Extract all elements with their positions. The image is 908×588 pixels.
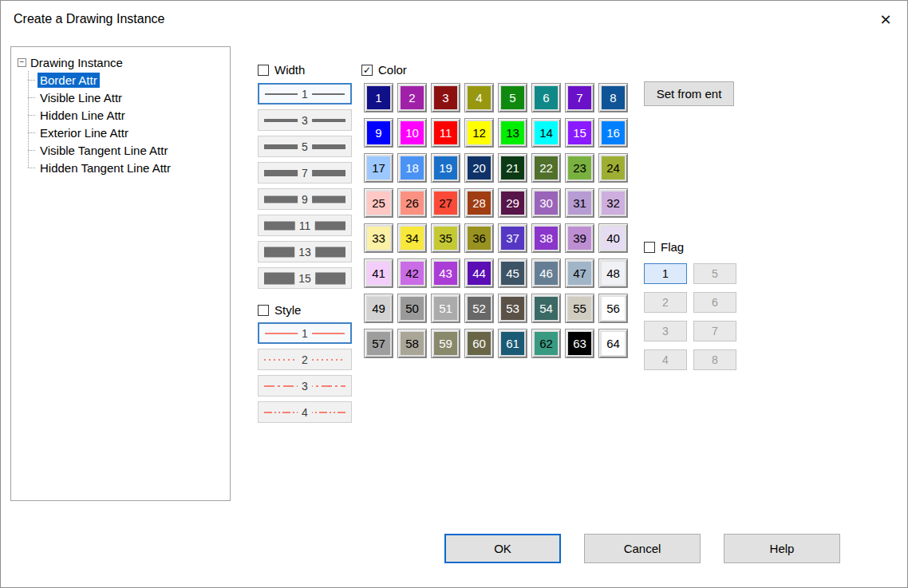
color-swatch-64[interactable]: 64	[598, 329, 628, 358]
color-swatch-43[interactable]: 43	[431, 258, 460, 288]
ok-button[interactable]: OK	[444, 534, 561, 563]
color-swatch-52[interactable]: 52	[464, 294, 494, 323]
tree-item[interactable]: Exterior Line Attr	[28, 124, 223, 141]
color-swatch-13[interactable]: 13	[498, 118, 527, 148]
width-option-7[interactable]: 7	[258, 162, 352, 184]
color-swatch-3[interactable]: 3	[431, 83, 460, 112]
width-option-13[interactable]: 13	[258, 241, 352, 262]
color-swatch-48[interactable]: 48	[598, 258, 628, 288]
help-button[interactable]: Help	[724, 534, 840, 563]
color-swatch-21[interactable]: 21	[498, 153, 527, 183]
color-swatch-15[interactable]: 15	[565, 118, 594, 148]
color-swatch-18[interactable]: 18	[397, 153, 427, 183]
color-swatch-36[interactable]: 36	[464, 223, 494, 253]
color-swatch-11[interactable]: 11	[431, 118, 460, 148]
color-swatch-35[interactable]: 35	[431, 223, 460, 253]
color-swatch-value: 44	[468, 262, 491, 285]
color-swatch-28[interactable]: 28	[464, 188, 494, 218]
color-swatch-50[interactable]: 50	[397, 294, 427, 323]
style-option-4[interactable]: 4	[258, 401, 352, 423]
color-swatch-33[interactable]: 33	[364, 223, 393, 253]
width-option-11[interactable]: 11	[258, 215, 352, 236]
color-swatch-10[interactable]: 10	[397, 118, 427, 148]
title-bar: Create a Drawing Instance ✕	[1, 1, 907, 38]
color-swatch-23[interactable]: 23	[565, 153, 594, 183]
color-swatch-47[interactable]: 47	[565, 258, 594, 288]
color-swatch-20[interactable]: 20	[464, 153, 494, 183]
color-swatch-51[interactable]: 51	[431, 294, 460, 323]
width-option-5[interactable]: 5	[258, 136, 352, 157]
color-swatch-27[interactable]: 27	[431, 188, 460, 218]
color-swatch-61[interactable]: 61	[498, 329, 527, 358]
color-swatch-29[interactable]: 29	[498, 188, 527, 218]
color-swatch-value: 10	[401, 121, 424, 144]
color-swatch-24[interactable]: 24	[598, 153, 628, 183]
flag-checkbox[interactable]	[644, 242, 655, 253]
color-swatch-31[interactable]: 31	[565, 188, 594, 218]
style-option-3[interactable]: 3	[258, 375, 352, 397]
color-swatch-34[interactable]: 34	[397, 223, 427, 253]
color-checkbox[interactable]: ✓	[361, 65, 373, 76]
color-swatch-41[interactable]: 41	[364, 258, 393, 288]
color-swatch-62[interactable]: 62	[531, 329, 561, 358]
style-option-1[interactable]: 1	[258, 322, 352, 344]
color-swatch-5[interactable]: 5	[498, 83, 527, 112]
color-swatch-55[interactable]: 55	[565, 294, 594, 323]
color-swatch-2[interactable]: 2	[397, 83, 427, 112]
color-swatch-22[interactable]: 22	[531, 153, 561, 183]
width-option-1[interactable]: 1	[258, 83, 352, 105]
color-swatch-39[interactable]: 39	[565, 223, 594, 253]
color-swatch-14[interactable]: 14	[531, 118, 561, 148]
color-swatch-54[interactable]: 54	[531, 294, 561, 323]
width-option-15[interactable]: 15	[258, 267, 352, 289]
color-swatch-12[interactable]: 12	[464, 118, 494, 148]
color-swatch-8[interactable]: 8	[598, 83, 628, 112]
color-swatch-63[interactable]: 63	[565, 329, 594, 358]
color-swatch-19[interactable]: 19	[431, 153, 460, 183]
color-swatch-16[interactable]: 16	[598, 118, 628, 148]
close-icon[interactable]: ✕	[874, 8, 898, 32]
tree-item[interactable]: Hidden Tangent Line Attr	[28, 159, 223, 176]
tree-root[interactable]: − Drawing Instance	[18, 53, 223, 71]
color-swatch-40[interactable]: 40	[598, 223, 628, 253]
color-swatch-59[interactable]: 59	[431, 329, 460, 358]
width-option-9[interactable]: 9	[258, 188, 352, 210]
style-option-2[interactable]: 2	[258, 349, 352, 370]
style-checkbox[interactable]	[258, 305, 269, 316]
style-option-value: 3	[298, 380, 312, 393]
color-swatch-17[interactable]: 17	[364, 153, 393, 183]
color-swatch-57[interactable]: 57	[364, 329, 393, 358]
color-swatch-44[interactable]: 44	[464, 258, 494, 288]
color-swatch-60[interactable]: 60	[464, 329, 494, 358]
color-swatch-25[interactable]: 25	[364, 188, 393, 218]
tree-collapse-icon[interactable]: −	[18, 58, 26, 67]
color-swatch-26[interactable]: 26	[397, 188, 427, 218]
color-swatch-1[interactable]: 1	[364, 83, 393, 112]
color-swatch-32[interactable]: 32	[598, 188, 628, 218]
color-check-row: ✓ Color	[361, 63, 407, 77]
color-swatch-38[interactable]: 38	[531, 223, 561, 253]
width-option-value: 13	[294, 246, 315, 258]
cancel-button[interactable]: Cancel	[584, 534, 701, 563]
color-swatch-4[interactable]: 4	[464, 83, 494, 112]
color-swatch-49[interactable]: 49	[364, 294, 393, 323]
tree-item[interactable]: Hidden Line Attr	[28, 106, 223, 124]
tree-item[interactable]: Visible Tangent Line Attr	[28, 141, 223, 159]
color-swatch-45[interactable]: 45	[498, 258, 527, 288]
tree-item[interactable]: Border Attr	[28, 71, 223, 89]
color-swatch-9[interactable]: 9	[364, 118, 393, 148]
tree-item[interactable]: Visible Line Attr	[28, 89, 223, 106]
color-swatch-6[interactable]: 6	[531, 83, 561, 112]
width-checkbox[interactable]	[258, 65, 269, 76]
set-from-ent-button[interactable]: Set from ent	[644, 81, 734, 106]
color-swatch-37[interactable]: 37	[498, 223, 527, 253]
color-swatch-56[interactable]: 56	[598, 294, 628, 323]
flag-option-1[interactable]: 1	[644, 263, 687, 284]
color-swatch-58[interactable]: 58	[397, 329, 427, 358]
width-option-3[interactable]: 3	[258, 109, 352, 131]
color-swatch-46[interactable]: 46	[531, 258, 561, 288]
color-swatch-7[interactable]: 7	[565, 83, 594, 112]
color-swatch-53[interactable]: 53	[498, 294, 527, 323]
color-swatch-30[interactable]: 30	[531, 188, 561, 218]
color-swatch-42[interactable]: 42	[397, 258, 427, 288]
